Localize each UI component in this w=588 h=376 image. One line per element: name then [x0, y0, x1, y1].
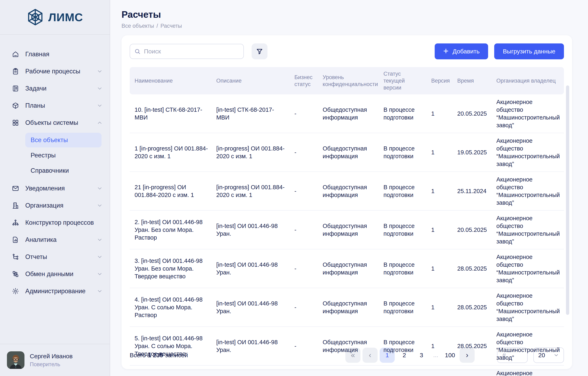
analytics-icon	[12, 236, 19, 243]
sidebar: ЛИМС ГлавнаяРабочие процессыЗадачиПланыО…	[0, 0, 110, 376]
cell-confidentiality: Общедоступная информация	[319, 366, 379, 376]
home-icon	[12, 51, 19, 58]
sidebar-item-home[interactable]: Главная	[6, 46, 105, 63]
table-row[interactable]: 5. [in-test] ОИ 001.446-98 Уран. С солью…	[130, 327, 564, 366]
sidebar-item-analytics[interactable]: Аналитика	[6, 231, 105, 248]
sidebar-item-label: Рабочие процессы	[25, 67, 80, 75]
cell-owner: Акционерное общество “Машиностроительный…	[492, 133, 564, 172]
user-role: Поверитель	[30, 361, 73, 368]
clipboard-icon	[12, 68, 19, 75]
sidebar-subitem-references[interactable]: Справочники	[25, 163, 102, 178]
cell-time: 28.05.2025	[453, 288, 492, 327]
cell-version-status: В процессе подготовки	[379, 210, 427, 249]
cell-name: 3. [in-test] ОИ 001.446-98 Уран. Без сол…	[130, 249, 212, 288]
cell-version: 1	[427, 249, 453, 288]
chevron-down-icon	[97, 271, 103, 277]
sidebar-item-label: Конструктор процессов	[25, 219, 94, 227]
sidebar-nav: ГлавнаяРабочие процессыЗадачиПланыОбъект…	[0, 35, 110, 344]
sidebar-item-label: Объекты системы	[25, 119, 78, 127]
sidebar-item-plans[interactable]: Планы	[6, 97, 105, 114]
chevron-down-icon	[97, 254, 103, 260]
cell-time: 20.05.2025	[453, 210, 492, 249]
grid-icon	[12, 119, 19, 126]
cell-confidentiality: Общедоступная информация	[319, 210, 379, 249]
app-logo[interactable]: ЛИМС	[0, 0, 110, 35]
hierarchy-icon	[12, 219, 19, 226]
toolbar-actions: + Добавить Выгрузить данные	[435, 43, 564, 59]
cell-version: 1	[427, 172, 453, 210]
breadcrumb-item-current: Расчеты	[160, 23, 182, 29]
cell-owner: Акционерное общество “Машиностроительный…	[492, 172, 564, 210]
cell-description: [in-test] ОИ 001.446-98 Уран.	[212, 288, 290, 327]
cell-business-status: -	[290, 366, 318, 376]
chevron-down-icon	[97, 68, 103, 74]
filter-funnel-icon	[256, 48, 263, 55]
table-row[interactable]: 2. [in-test] ОИ 001.446-98 Уран. Без сол…	[130, 210, 564, 249]
chevron-down-icon	[97, 237, 103, 243]
cell-time: 20.05.2025	[453, 94, 492, 133]
sidebar-item-notifications[interactable]: Уведомления	[6, 180, 105, 197]
sidebar-item-reports[interactable]: Отчеты	[6, 248, 105, 265]
objects-table: Наименование Описание Бизнес статус Уров…	[130, 67, 564, 376]
search-icon	[134, 48, 141, 55]
search-box	[130, 44, 244, 59]
sidebar-item-label: Главная	[25, 50, 49, 58]
table-row[interactable]: 1 [in-progress] ОИ 001.884-2020 с изм. 1…	[130, 133, 564, 172]
breadcrumb-item[interactable]: Все объекты	[122, 23, 154, 29]
cell-version-status: В процессе подготовки	[379, 249, 427, 288]
page-header: Расчеты Все объекты / Расчеты	[110, 0, 588, 35]
vertical-scrollbar[interactable]	[566, 85, 569, 315]
table-row[interactable]: 4. [in-test] ОИ 001.446-98 Уран. С солью…	[130, 288, 564, 327]
sidebar-subitem-registries[interactable]: Реестры	[25, 148, 102, 163]
branch-icon	[12, 253, 19, 261]
cell-description: [in-progress] ОИ 001.884-2020 с изм. 1	[212, 172, 290, 210]
sidebar-item-label: Задачи	[25, 85, 46, 92]
sidebar-subitem-all-objects[interactable]: Все объекты	[25, 133, 102, 147]
column-header-confidentiality: Уровень конфиденциальности	[319, 67, 379, 94]
sidebar-item-data-exchange[interactable]: Обмен данными	[6, 265, 105, 283]
breadcrumb-separator: /	[156, 23, 158, 29]
search-input[interactable]	[144, 48, 239, 55]
table-row[interactable]: 3. [in-test] ОИ 001.446-98 Уран. Без сол…	[130, 249, 564, 288]
sidebar-item-workflows[interactable]: Рабочие процессы	[6, 63, 105, 80]
column-header-version-status: Статус текущей версии	[379, 67, 427, 94]
cell-name: 5. [in-test] ОИ 001.446-98 Уран. С солью…	[130, 327, 212, 366]
cell-confidentiality: Общедоступная информация	[319, 133, 379, 172]
cell-business-status: -	[290, 210, 318, 249]
sidebar-item-process-builder[interactable]: Конструктор процессов	[6, 214, 105, 231]
sidebar-item-label: Администрирование	[25, 287, 86, 295]
content-card: + Добавить Выгрузить данные Наименование…	[122, 35, 572, 369]
cell-business-status: -	[290, 327, 318, 366]
cell-version-status: В процессе подготовки	[379, 366, 427, 376]
journal-icon	[12, 85, 19, 92]
sidebar-item-organization[interactable]: Организация	[6, 197, 105, 214]
sidebar-item-label: Отчеты	[25, 253, 47, 261]
table-row[interactable]: 10. [in-test] СТК-68-2017-МВИ[in-test] С…	[130, 94, 564, 133]
cell-version: 1	[427, 327, 453, 366]
cell-owner: Акционерное общество “Машиностроительный…	[492, 327, 564, 366]
cell-version-status: В процессе подготовки	[379, 288, 427, 327]
cell-confidentiality: Общедоступная информация	[319, 94, 379, 133]
table-body: 10. [in-test] СТК-68-2017-МВИ[in-test] С…	[130, 94, 564, 376]
filter-button[interactable]	[252, 43, 267, 59]
chevron-down-icon	[97, 202, 103, 209]
sidebar-item-administration[interactable]: Администрирование	[6, 283, 105, 300]
user-profile[interactable]: Сергей Иванов Поверитель	[0, 344, 110, 376]
export-button[interactable]: Выгрузить данные	[494, 43, 564, 59]
cell-description: [in-test] СТК-68-2017-МВИ	[212, 94, 290, 133]
sidebar-item-tasks[interactable]: Задачи	[6, 80, 105, 97]
cell-business-status: -	[290, 133, 318, 172]
add-button[interactable]: + Добавить	[435, 43, 488, 59]
column-header-name: Наименование	[130, 67, 212, 94]
mail-icon	[12, 185, 19, 192]
sidebar-item-label: Организация	[25, 202, 63, 209]
cell-description: [in-test] ОИ 001.446-98 Уран.	[212, 327, 290, 366]
sidebar-item-system-objects[interactable]: Объекты системы	[6, 114, 105, 131]
cell-confidentiality: Общедоступная информация	[319, 172, 379, 210]
cell-version-status: В процессе подготовки	[379, 133, 427, 172]
cell-confidentiality: Общедоступная информация	[319, 288, 379, 327]
column-header-business-status: Бизнес статус	[290, 67, 318, 94]
cell-name: 21 [in-progress] ОИ 001.884-2020 с изм. …	[130, 172, 212, 210]
table-row[interactable]: 21 [in-progress] ОИ 001.884-2020 с изм. …	[130, 172, 564, 210]
table-row[interactable]: 6. [in-test] ОИ 001.801-2015 с изм. 1-11…	[130, 366, 564, 376]
